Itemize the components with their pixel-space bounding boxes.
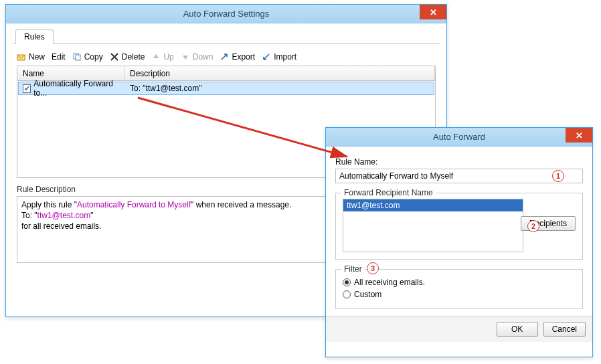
desc-to-link[interactable]: ttw1@test.com [37, 211, 91, 220]
up-label: Up [163, 52, 173, 62]
radio-custom[interactable] [343, 290, 351, 298]
import-label: Import [274, 52, 296, 62]
new-icon [17, 52, 26, 62]
import-button[interactable]: Import [262, 52, 296, 62]
up-button[interactable]: Up [151, 52, 173, 62]
callout-1: 1 [552, 170, 564, 182]
close-icon[interactable]: ✕ [566, 128, 592, 143]
close-icon[interactable]: ✕ [420, 5, 446, 19]
rule-name-cell: Automatically Forward to... [33, 79, 122, 98]
dialog-buttons: OK Cancel [326, 316, 592, 342]
recipient-listbox[interactable]: ttw1@test.com [343, 199, 523, 252]
copy-icon [72, 52, 82, 62]
delete-label: Delete [122, 52, 145, 62]
new-button[interactable]: New [17, 52, 45, 62]
desc-rule-link[interactable]: Automatically Forward to Myself [77, 200, 191, 209]
rule-checkbox[interactable]: ✔ [23, 84, 31, 93]
down-label: Down [193, 52, 213, 62]
svg-rect-2 [76, 55, 80, 60]
cancel-button[interactable]: Cancel [543, 322, 586, 337]
col-name[interactable]: Name [17, 66, 124, 80]
callout-3: 3 [367, 262, 379, 274]
import-icon [262, 52, 271, 62]
new-label: New [29, 52, 45, 62]
forward-title: Auto Forward [433, 132, 485, 142]
radio-all[interactable] [343, 278, 351, 286]
up-icon [151, 52, 161, 62]
ok-button[interactable]: OK [497, 322, 538, 337]
delete-icon [110, 52, 119, 62]
rule-name-input[interactable] [335, 169, 583, 183]
table-row[interactable]: ✔ Automatically Forward to... To: "ttw1@… [18, 82, 434, 95]
filter-fieldset: Filter 3 All receiving emails. Custom [335, 269, 583, 309]
export-label: Export [232, 52, 255, 62]
recipient-legend: Forward Recipient Name [341, 188, 436, 197]
filter-custom-label: Custom [354, 290, 381, 299]
forward-titlebar: Auto Forward ✕ [326, 128, 592, 147]
forward-window: Auto Forward ✕ Rule Name: 1 Forward Reci… [325, 127, 593, 357]
down-button[interactable]: Down [181, 52, 213, 62]
col-description[interactable]: Description [124, 66, 435, 80]
forward-body: Rule Name: 1 Forward Recipient Name ttw1… [326, 147, 592, 316]
copy-button[interactable]: Copy [72, 52, 103, 62]
tabstrip: Rules [13, 29, 440, 44]
rule-desc-cell: To: "ttw1@test.com" [130, 84, 201, 93]
recipient-item[interactable]: ttw1@test.com [343, 199, 523, 211]
export-icon [220, 52, 229, 62]
rule-name-label: Rule Name: [335, 157, 583, 167]
down-icon [181, 52, 190, 62]
edit-button[interactable]: Edit [52, 52, 66, 62]
settings-titlebar: Auto Forward Settings ✕ [6, 5, 446, 23]
filter-custom-row[interactable]: Custom [343, 290, 576, 299]
callout-2: 2 [527, 220, 539, 232]
delete-button[interactable]: Delete [110, 52, 145, 62]
settings-title: Auto Forward Settings [183, 9, 270, 19]
tab-rules[interactable]: Rules [15, 29, 54, 44]
copy-label: Copy [84, 52, 103, 62]
filter-all-label: All receiving emails. [354, 278, 425, 287]
export-button[interactable]: Export [220, 52, 255, 62]
toolbar: New Edit Copy Delete Up [13, 50, 440, 64]
recipient-fieldset: Forward Recipient Name ttw1@test.com 2 R… [335, 193, 583, 260]
filter-all-row[interactable]: All receiving emails. [343, 278, 576, 287]
edit-label: Edit [52, 52, 66, 62]
filter-legend: Filter [341, 264, 365, 274]
